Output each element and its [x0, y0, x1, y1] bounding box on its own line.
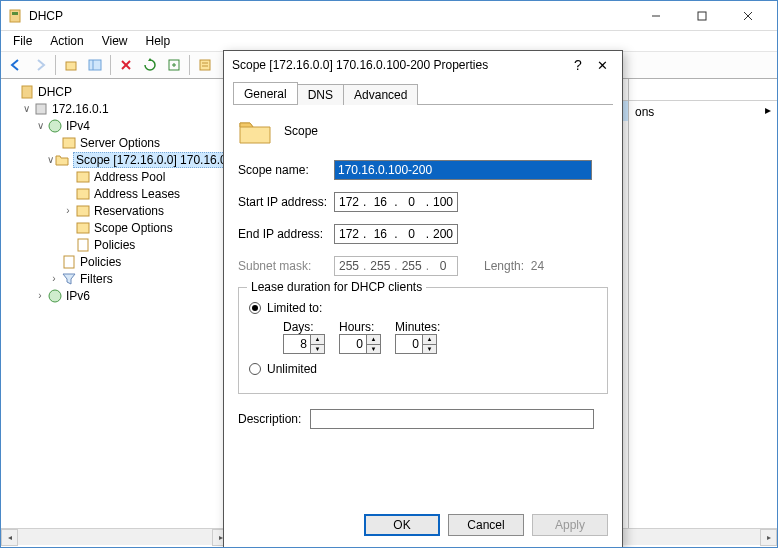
tree-server[interactable]: ∨ 172.16.0.1	[5, 100, 228, 117]
radio-icon[interactable]	[249, 363, 261, 375]
svg-rect-1	[12, 12, 18, 15]
policies-icon	[61, 254, 77, 270]
tab-strip: General DNS Advanced	[233, 83, 613, 105]
properties-button[interactable]	[194, 54, 216, 76]
expand-icon[interactable]: ›	[47, 273, 61, 284]
lease-duration-group: Lease duration for DHCP clients Limited …	[238, 287, 608, 394]
menu-view[interactable]: View	[94, 32, 136, 50]
delete-button[interactable]	[115, 54, 137, 76]
show-hide-tree-button[interactable]	[84, 54, 106, 76]
svg-rect-21	[77, 172, 89, 182]
apply-button[interactable]: Apply	[532, 514, 608, 536]
svg-rect-20	[63, 138, 75, 148]
dhcp-icon	[19, 84, 35, 100]
ipv4-icon	[47, 118, 63, 134]
menu-action[interactable]: Action	[42, 32, 91, 50]
refresh-button[interactable]	[139, 54, 161, 76]
back-button[interactable]	[5, 54, 27, 76]
subnet-mask-label: Subnet mask:	[238, 259, 334, 273]
hours-label: Hours:	[339, 320, 381, 334]
up-button[interactable]	[60, 54, 82, 76]
description-input[interactable]	[310, 409, 594, 429]
tree-scope[interactable]: ∨ Scope [172.16.0.0] 170.16.0.100-200	[5, 151, 228, 168]
start-ip-label: Start IP address:	[238, 195, 334, 209]
tree-scrollbar[interactable]: ◂ ▸	[1, 528, 229, 545]
scope-name-input[interactable]	[334, 160, 592, 180]
tree-ipv4[interactable]: ∨ IPv4	[5, 117, 228, 134]
actions-label: ons	[629, 101, 777, 123]
spin-down-icon[interactable]: ▼	[422, 345, 436, 354]
tree-scope-options[interactable]: Scope Options	[5, 219, 228, 236]
dialog-titlebar[interactable]: Scope [172.16.0.0] 170.16.0.100-200 Prop…	[224, 51, 622, 79]
days-label: Days:	[283, 320, 325, 334]
close-button[interactable]	[725, 1, 771, 30]
svg-point-27	[49, 290, 61, 302]
tree-ipv6[interactable]: › IPv6	[5, 287, 228, 304]
main-window: DHCP File Action View Help	[0, 0, 778, 548]
length-label: Length:	[484, 259, 524, 273]
tree-server-options[interactable]: Server Options	[5, 134, 228, 151]
forward-button[interactable]	[29, 54, 51, 76]
expand-icon[interactable]: ›	[61, 205, 75, 216]
cancel-button[interactable]: Cancel	[448, 514, 524, 536]
maximize-button[interactable]	[679, 1, 725, 30]
spin-up-icon[interactable]: ▲	[366, 335, 380, 345]
collapse-icon[interactable]: ∨	[47, 154, 54, 165]
radio-limited[interactable]: Limited to:	[249, 301, 597, 315]
tab-dns[interactable]: DNS	[297, 84, 344, 105]
server-icon	[33, 101, 49, 117]
end-ip-input[interactable]: . . .	[334, 224, 458, 244]
leases-icon	[75, 186, 91, 202]
tree-reservations[interactable]: › Reservations	[5, 202, 228, 219]
actions-header[interactable]	[629, 79, 777, 101]
scroll-right-icon[interactable]: ▸	[760, 529, 777, 546]
svg-rect-17	[22, 86, 32, 98]
dialog-title: Scope [172.16.0.0] 170.16.0.100-200 Prop…	[232, 58, 566, 72]
svg-rect-26	[64, 256, 74, 268]
options-icon	[75, 220, 91, 236]
days-spinner[interactable]: ▲▼	[283, 334, 325, 354]
tree-address-pool[interactable]: Address Pool	[5, 168, 228, 185]
svg-rect-22	[77, 189, 89, 199]
properties-dialog: Scope [172.16.0.0] 170.16.0.100-200 Prop…	[223, 50, 623, 548]
ok-button[interactable]: OK	[364, 514, 440, 536]
tree-address-leases[interactable]: Address Leases	[5, 185, 228, 202]
tab-general[interactable]: General	[233, 82, 298, 104]
titlebar: DHCP	[1, 1, 777, 31]
start-ip-input[interactable]: . . .	[334, 192, 458, 212]
radio-unlimited[interactable]: Unlimited	[249, 362, 597, 376]
minutes-spinner[interactable]: ▲▼	[395, 334, 437, 354]
spin-down-icon[interactable]: ▼	[366, 345, 380, 354]
minimize-button[interactable]	[633, 1, 679, 30]
radio-icon[interactable]	[249, 302, 261, 314]
svg-rect-3	[698, 12, 706, 20]
collapse-icon[interactable]: ∨	[33, 120, 47, 131]
svg-point-19	[49, 120, 61, 132]
menu-help[interactable]: Help	[138, 32, 179, 50]
svg-rect-24	[77, 223, 89, 233]
svg-rect-0	[10, 10, 20, 22]
tree-pane[interactable]: DHCP ∨ 172.16.0.1 ∨ IPv4 Server Options …	[1, 79, 229, 545]
spin-up-icon[interactable]: ▲	[310, 335, 324, 345]
tree-filters[interactable]: › Filters	[5, 270, 228, 287]
help-button[interactable]: ?	[566, 57, 590, 73]
tree-root[interactable]: DHCP	[5, 83, 228, 100]
tree-policies[interactable]: Policies	[5, 253, 228, 270]
description-label: Description:	[238, 412, 310, 426]
end-ip-label: End IP address:	[238, 227, 334, 241]
export-button[interactable]	[163, 54, 185, 76]
expand-icon[interactable]: ›	[33, 290, 47, 301]
minutes-label: Minutes:	[395, 320, 440, 334]
tree-scope-policies[interactable]: Policies	[5, 236, 228, 253]
menu-file[interactable]: File	[5, 32, 40, 50]
chevron-right-icon[interactable]: ▸	[765, 103, 771, 117]
svg-rect-6	[66, 62, 76, 70]
hours-spinner[interactable]: ▲▼	[339, 334, 381, 354]
tab-advanced[interactable]: Advanced	[343, 84, 418, 105]
spin-up-icon[interactable]: ▲	[422, 335, 436, 345]
folder-icon	[54, 152, 70, 168]
scroll-left-icon[interactable]: ◂	[1, 529, 18, 546]
collapse-icon[interactable]: ∨	[19, 103, 33, 114]
close-icon[interactable]: ✕	[590, 58, 614, 73]
spin-down-icon[interactable]: ▼	[310, 345, 324, 354]
